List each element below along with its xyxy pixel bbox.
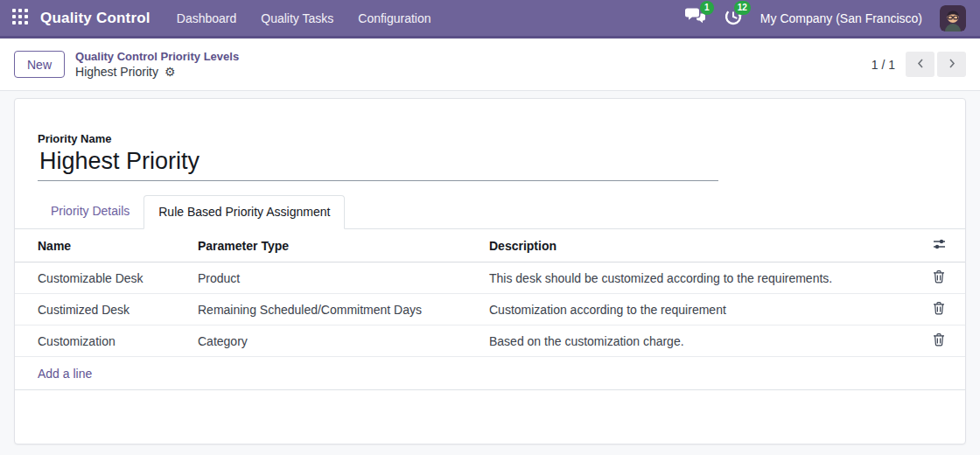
messages-badge: 1 bbox=[700, 1, 714, 15]
activities-button[interactable]: 12 bbox=[724, 7, 743, 30]
cell-name[interactable]: Custimized Desk bbox=[15, 294, 198, 326]
menu-item-dashboard[interactable]: Dashboard bbox=[177, 11, 237, 25]
pager-previous-button[interactable] bbox=[906, 52, 934, 77]
new-button[interactable]: New bbox=[14, 51, 65, 78]
column-header-description[interactable]: Description bbox=[489, 229, 925, 262]
priority-name-input[interactable] bbox=[38, 148, 718, 181]
cell-description[interactable]: This desk should be customized according… bbox=[489, 262, 925, 294]
chevron-left-icon bbox=[916, 58, 925, 72]
optional-columns-button[interactable] bbox=[930, 236, 948, 255]
app-window: Quality Control Dashboard Quality Tasks … bbox=[0, 0, 980, 455]
cell-description[interactable]: Customization according to the requireme… bbox=[489, 294, 925, 326]
main-menu: Dashboard Quality Tasks Configuration bbox=[177, 11, 431, 25]
cell-parameter-type[interactable]: Product bbox=[198, 262, 489, 294]
delete-row-button[interactable] bbox=[931, 268, 947, 288]
pager-next-button[interactable] bbox=[937, 52, 966, 77]
form-view: Priority Name Priority Details Rule Base… bbox=[0, 91, 980, 455]
messages-button[interactable]: 1 bbox=[685, 7, 706, 29]
tab-rule-based-priority-assignment[interactable]: Rule Based Priority Assignment bbox=[144, 195, 345, 229]
priority-name-label: Priority Name bbox=[38, 132, 965, 145]
table-row: Custimized Desk Remaining Scheduled/Comm… bbox=[15, 294, 965, 326]
delete-row-button[interactable] bbox=[931, 331, 947, 351]
table-header-row: Name Parameter Type Description bbox=[15, 229, 965, 262]
cell-name[interactable]: Customization bbox=[15, 326, 198, 357]
topbar-systray: 1 12 My Company (San Francisco) bbox=[685, 5, 966, 32]
notebook-tabs: Priority Details Rule Based Priority Ass… bbox=[15, 195, 965, 229]
apps-grid-icon bbox=[12, 9, 28, 27]
column-header-parameter-type[interactable]: Parameter Type bbox=[198, 229, 489, 262]
company-switcher[interactable]: My Company (San Francisco) bbox=[760, 11, 922, 25]
delete-row-button[interactable] bbox=[931, 299, 947, 319]
cell-parameter-type[interactable]: Remaining Scheduled/Commitment Days bbox=[198, 294, 489, 326]
tab-priority-details[interactable]: Priority Details bbox=[37, 195, 144, 228]
user-avatar[interactable] bbox=[940, 5, 966, 32]
menu-item-quality-tasks[interactable]: Quality Tasks bbox=[261, 11, 333, 25]
apps-menu-button[interactable] bbox=[12, 9, 28, 27]
pager-counter[interactable]: 1 / 1 bbox=[872, 58, 895, 72]
breadcrumb-parent-link[interactable]: Quality Control Priority Levels bbox=[75, 49, 239, 64]
cell-description[interactable]: Based on the customization charge. bbox=[489, 326, 925, 357]
sliders-icon bbox=[932, 238, 947, 253]
activities-badge: 12 bbox=[734, 1, 751, 15]
cell-parameter-type[interactable]: Category bbox=[198, 326, 489, 357]
chevron-right-icon bbox=[948, 58, 956, 72]
cell-name[interactable]: Customizable Desk bbox=[15, 262, 198, 294]
form-sheet: Priority Name Priority Details Rule Base… bbox=[14, 98, 966, 444]
app-name[interactable]: Quality Control bbox=[40, 10, 150, 27]
top-navbar: Quality Control Dashboard Quality Tasks … bbox=[0, 0, 980, 38]
breadcrumb-current: Highest Priority bbox=[75, 64, 158, 80]
add-line-row: Add a line bbox=[15, 357, 965, 390]
column-header-name[interactable]: Name bbox=[15, 229, 198, 262]
control-panel: New Quality Control Priority Levels High… bbox=[0, 38, 980, 91]
trash-icon bbox=[933, 332, 945, 349]
rules-table: Name Parameter Type Description bbox=[15, 229, 965, 390]
add-a-line-link[interactable]: Add a line bbox=[15, 357, 965, 390]
table-row: Customization Category Based on the cust… bbox=[15, 326, 965, 357]
trash-icon bbox=[933, 301, 945, 318]
trash-icon bbox=[933, 270, 945, 286]
menu-item-configuration[interactable]: Configuration bbox=[358, 11, 430, 25]
pager: 1 / 1 bbox=[872, 52, 966, 77]
gear-icon[interactable]: ⚙ bbox=[164, 66, 176, 78]
table-row: Customizable Desk Product This desk shou… bbox=[15, 262, 965, 294]
breadcrumb: Quality Control Priority Levels Highest … bbox=[75, 49, 239, 80]
